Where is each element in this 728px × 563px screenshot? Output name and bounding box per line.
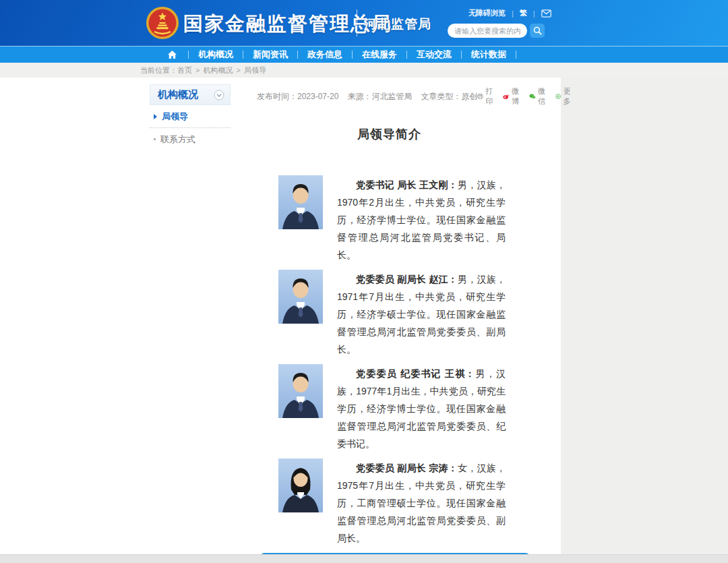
- sidebar-item-label: 联系方式: [160, 134, 195, 146]
- leader-heading: 党委委员 副局长 宗涛：: [356, 463, 458, 473]
- site-header: 国家金融监督管理总局 河北监管局 无障碍浏览 | 繁 |: [0, 0, 728, 46]
- search-input[interactable]: [448, 24, 527, 38]
- traditional-chinese-link[interactable]: 繁: [520, 8, 527, 18]
- top-links: 无障碍浏览 | 繁 |: [468, 8, 551, 18]
- leader-row: 党委委员 纪委书记 王祺：男，汉族，1977年1月出生，中共党员，研究生学历，经…: [278, 364, 533, 452]
- leaders-list: 党委书记 局长 王文刚：男，汉族，1970年2月出生，中共党员，研究生学历，经济…: [246, 175, 533, 563]
- magnifier-icon: [533, 26, 542, 35]
- sidebar: 机构概况 局领导 联系方式: [150, 84, 231, 150]
- right-margin-panel: [561, 78, 728, 554]
- weibo-share-button[interactable]: 微博: [503, 86, 522, 107]
- article: 发布时间：2023-07-20 来源：河北监管局 文章类型：原创 打印: [246, 86, 533, 563]
- source: 来源：河北监管局: [347, 91, 412, 102]
- leader-photo: [278, 270, 323, 324]
- breadcrumb-label: 当前位置：: [140, 65, 177, 76]
- main-area: 机构概况 局领导 联系方式 发布时间：2023-07-20 来源: [0, 78, 728, 554]
- top-link-separator: |: [512, 9, 514, 18]
- leader-heading: 党委书记 局长 王文刚：: [356, 179, 458, 190]
- leader-bio-text: 男，汉族，1971年7月出生，中共党员，研究生学历，经济学硕士学位。现任国家金融…: [337, 274, 506, 355]
- search-box: [448, 24, 545, 38]
- leader-bio: 党委书记 局长 王文刚：男，汉族，1970年2月出生，中共党员，研究生学历，经济…: [337, 176, 506, 264]
- meta-left: 发布时间：2023-07-20 来源：河北监管局 文章类型：原创: [257, 91, 477, 102]
- sidebar-header[interactable]: 机构概况: [150, 84, 231, 105]
- leader-bio: 党委委员 纪委书记 王祺：男，汉族，1977年1月出生，中共党员，研究生学历，经…: [337, 365, 506, 452]
- nav-item-zhengwu-xinxi[interactable]: 政务信息: [298, 47, 352, 63]
- print-button[interactable]: 打印: [477, 86, 495, 107]
- nav-item-tongji-shuju[interactable]: 统计数据: [462, 47, 516, 63]
- chevron-down-icon[interactable]: [214, 90, 224, 100]
- page-title: 局领导简介: [246, 126, 533, 142]
- page: 国家金融监督管理总局 河北监管局 无障碍浏览 | 繁 |: [0, 0, 728, 563]
- nav-home[interactable]: [156, 47, 188, 63]
- sidebar-item-lianxi-fangshi[interactable]: 联系方式: [150, 128, 231, 150]
- leader-bio-text: 男，汉族，1977年1月出生，中共党员，研究生学历，经济学博士学位。现任国家金融…: [337, 368, 506, 449]
- leader-photo: [278, 364, 323, 418]
- leader-row: 党委委员 副局长 赵江：男，汉族，1971年7月出生，中共党员，研究生学历，经济…: [278, 270, 533, 358]
- breadcrumb-juling-dao[interactable]: 局领导: [244, 65, 266, 76]
- leader-bio: 党委委员 副局长 宗涛：女，汉族，1975年7月出生，中共党员，研究生学历，工商…: [337, 459, 506, 547]
- agency-title: 国家金融监督管理总局: [183, 11, 392, 38]
- breadcrumb: 当前位置： 首页 > 机构概况 > 局领导: [0, 63, 728, 78]
- sidebar-title: 机构概况: [158, 88, 198, 101]
- publish-time: 发布时间：2023-07-20: [257, 91, 338, 102]
- wechat-icon: [529, 92, 536, 100]
- nav-item-zaixian-fuwu[interactable]: 在线服务: [353, 47, 406, 63]
- nav-item-xinwen-zixun[interactable]: 新闻资讯: [243, 47, 297, 63]
- nav-item-jigou-gaikuang[interactable]: 机构概况: [189, 47, 243, 63]
- home-icon: [167, 50, 177, 59]
- leader-row: 党委委员 副局长 宗涛：女，汉族，1975年7月出生，中共党员，研究生学历，工商…: [278, 458, 533, 547]
- printer-icon: [477, 92, 483, 100]
- article-type: 文章类型：原创: [421, 91, 477, 102]
- accessibility-link[interactable]: 无障碍浏览: [468, 8, 506, 18]
- article-meta: 发布时间：2023-07-20 来源：河北监管局 文章类型：原创 打印: [246, 86, 533, 107]
- mail-icon[interactable]: [541, 9, 551, 18]
- top-link-separator: |: [533, 9, 535, 18]
- search-button[interactable]: [530, 24, 545, 38]
- breadcrumb-home[interactable]: 首页: [177, 65, 192, 76]
- main-nav: 机构概况 新闻资讯 政务信息 在线服务 互动交流 统计数据: [0, 46, 728, 63]
- title-divider: [357, 9, 357, 36]
- nav-divider: [516, 51, 516, 59]
- leader-bio-text: 男，汉族，1970年2月出生，中共党员，研究生学历，经济学博士学位。现任国家金融…: [337, 179, 506, 260]
- more-icon: [555, 92, 561, 100]
- bureau-title: 河北监管局: [364, 16, 431, 33]
- weibo-icon: [503, 92, 510, 100]
- leader-heading: 党委委员 纪委书记 王祺：: [356, 368, 476, 379]
- bullet-icon: [154, 138, 156, 140]
- breadcrumb-separator: >: [236, 66, 240, 74]
- nav-item-hudong-jiaoliu[interactable]: 互动交流: [407, 47, 461, 63]
- leader-row: 党委书记 局长 王文刚：男，汉族，1970年2月出生，中共党员，研究生学历，经济…: [278, 175, 533, 264]
- wechat-share-button[interactable]: 微信: [529, 86, 548, 107]
- sidebar-item-label: 局领导: [162, 111, 188, 123]
- breadcrumb-jigou-gaikuang[interactable]: 机构概况: [203, 65, 233, 76]
- breadcrumb-separator: >: [195, 66, 200, 74]
- leader-bio-text: 女，汉族，1975年7月出生，中共党员，研究生学历，工商管理硕士学位。现任国家金…: [337, 463, 506, 543]
- more-share-button[interactable]: 更多: [555, 86, 573, 107]
- bottom-strip: [0, 554, 728, 563]
- leader-photo: [278, 458, 323, 512]
- china-national-emblem-icon: [146, 6, 179, 40]
- share-actions: 打印 微博: [477, 86, 573, 107]
- active-arrow-icon: [154, 114, 157, 119]
- leader-heading: 党委委员 副局长 赵江：: [356, 274, 458, 285]
- sidebar-item-juling-dao[interactable]: 局领导: [150, 105, 231, 127]
- leader-photo: [278, 175, 323, 229]
- leader-bio: 党委委员 副局长 赵江：男，汉族，1971年7月出生，中共党员，研究生学历，经济…: [337, 270, 506, 358]
